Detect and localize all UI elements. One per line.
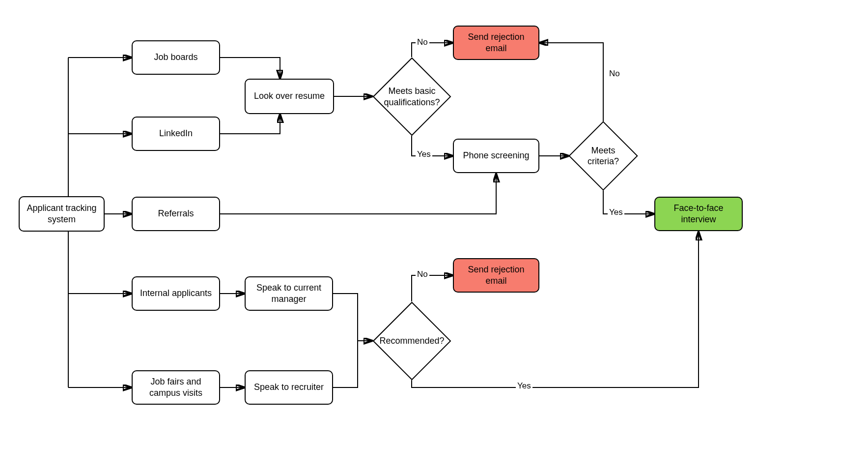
node-job-boards: Job boards — [132, 40, 220, 75]
edge-label-yes: Yes — [516, 381, 532, 391]
decision-recommended: Recommended? — [373, 302, 451, 381]
node-linkedin: LinkedIn — [132, 117, 220, 151]
node-label: Send rejection email — [459, 264, 533, 287]
node-speak-recruiter: Speak to recruiter — [245, 370, 333, 405]
node-label: LinkedIn — [159, 128, 193, 139]
edge-label-yes: Yes — [608, 208, 624, 217]
node-label: Applicant tracking system — [25, 203, 99, 226]
node-label: Look over resume — [254, 90, 325, 102]
node-label: Phone screening — [463, 150, 529, 161]
flowchart-canvas: Applicant tracking system Job boards Lin… — [0, 0, 868, 475]
edge-label-yes: Yes — [416, 149, 432, 159]
node-job-fairs: Job fairs and campus visits — [132, 370, 220, 405]
node-referrals: Referrals — [132, 197, 220, 231]
node-speak-current-manager: Speak to current manager — [245, 276, 333, 311]
decision-meets-basic-qualifications: Meets basic qualifications? — [373, 58, 451, 136]
node-label: Face-to-face interview — [660, 203, 737, 226]
node-look-over-resume: Look over resume — [245, 79, 334, 114]
node-label: Meets basic qualifications? — [384, 86, 440, 108]
node-face-to-face-interview: Face-to-face interview — [654, 197, 743, 231]
node-phone-screening: Phone screening — [453, 139, 539, 173]
node-send-rejection-email-bottom: Send rejection email — [453, 258, 539, 293]
node-label: Speak to recruiter — [254, 382, 324, 393]
edge-label-no: No — [416, 269, 429, 279]
decision-meets-criteria: Meets criteria? — [568, 121, 638, 190]
node-internal-applicants: Internal applicants — [132, 276, 220, 311]
node-label: Job fairs and campus visits — [138, 376, 214, 399]
node-label: Recommended? — [379, 335, 444, 347]
node-label: Internal applicants — [140, 288, 212, 299]
node-label: Referrals — [158, 208, 194, 219]
node-send-rejection-email-top: Send rejection email — [453, 26, 539, 60]
node-label: Job boards — [154, 52, 197, 63]
node-applicant-tracking-system: Applicant tracking system — [19, 196, 105, 232]
edge-label-no: No — [416, 37, 429, 47]
node-label: Send rejection email — [459, 31, 533, 55]
node-label: Meets criteria? — [583, 145, 624, 167]
node-label: Speak to current manager — [251, 282, 327, 305]
edge-label-no: No — [608, 69, 621, 79]
